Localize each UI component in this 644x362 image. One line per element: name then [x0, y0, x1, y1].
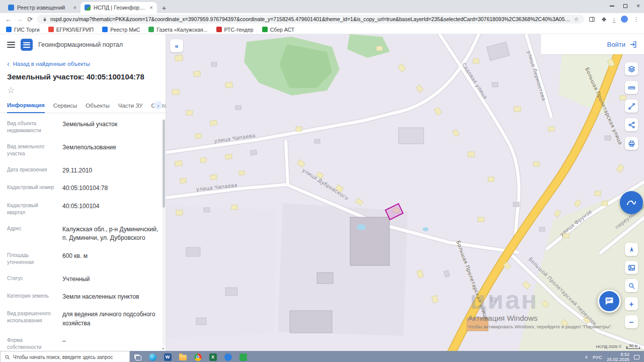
forward-icon[interactable]: → [16, 16, 23, 23]
tab-information[interactable]: Информация [7, 98, 45, 113]
zoom-out-button[interactable]: − [625, 315, 638, 328]
sidebar-icon[interactable] [589, 16, 595, 23]
map-building [235, 106, 241, 110]
route-button[interactable] [625, 100, 638, 113]
chat-bubble-icon [604, 296, 615, 307]
bookmark-item[interactable]: ЕГРЮЛ/ЕГРИП [48, 27, 94, 33]
app-blue-button[interactable] [220, 351, 235, 362]
basemap-button[interactable] [625, 261, 638, 274]
app-green-button[interactable] [235, 351, 251, 362]
scale-bar: 50 м [626, 343, 640, 349]
map-tools-top [625, 62, 638, 150]
app-content: Геоинформационный портал ‹ Назад в найде… [0, 34, 644, 351]
bookmark-label: Сбер АСТ [270, 27, 295, 33]
extensions-puzzle-icon[interactable] [601, 16, 607, 23]
scrollbar-down-arrow[interactable]: ▼ [162, 347, 165, 350]
layers-button[interactable] [625, 62, 638, 75]
info-value: Земельный участок [62, 120, 158, 134]
map-building [196, 318, 206, 325]
map-tools-bottom: + − [625, 243, 638, 328]
tab-services[interactable]: Сервисы [53, 98, 77, 113]
hamburger-menu-icon[interactable] [7, 42, 15, 48]
chrome-icon [194, 353, 202, 361]
info-value: Калужская обл., р-н Думиничский, п. Думи… [62, 225, 158, 243]
login-button[interactable]: Войти [607, 41, 625, 48]
new-tab-button[interactable]: + [159, 3, 169, 13]
clock[interactable]: 8:52 25.02.2026 [607, 352, 629, 362]
map-building [225, 154, 232, 159]
scrollbar-thumb[interactable] [163, 120, 165, 208]
notification-center-icon[interactable] [634, 355, 639, 359]
folder-icon [179, 355, 187, 360]
back-icon[interactable]: ← [5, 16, 12, 23]
file-explorer-button[interactable] [175, 351, 190, 362]
bookmark-item[interactable]: ГИС Торги [6, 27, 40, 33]
edge-button[interactable] [145, 351, 160, 362]
chevron-left-icon: ‹ [7, 60, 10, 67]
maximize-icon[interactable] [623, 4, 627, 8]
route-icon [628, 103, 635, 110]
nspd-logo [21, 39, 33, 51]
share-button[interactable] [625, 118, 638, 131]
excel-button[interactable]: X [205, 351, 220, 362]
map-building [172, 89, 179, 95]
bookmark-item[interactable]: Сбер АСТ [262, 27, 295, 33]
info-label: Вид разрешенного использования [7, 310, 55, 328]
layers-icon [628, 65, 635, 73]
sketch-tool-button[interactable] [620, 191, 643, 214]
info-label: Вид земельного участка [7, 143, 55, 157]
language-indicator[interactable]: РУС [593, 354, 602, 360]
close-icon[interactable]: × [636, 3, 640, 9]
tray-time: 8:52 [607, 352, 629, 357]
taskbar-search-box[interactable]: Чтобы начать поиск, введите здесь запрос [0, 351, 130, 362]
bookmark-star-icon[interactable]: ☆ [574, 16, 579, 23]
browser-menu-icon[interactable]: ⋮ [633, 16, 639, 23]
bookmark-item[interactable]: Газета «Калужская... [148, 27, 207, 33]
map-building [239, 170, 245, 175]
profile-avatar[interactable] [621, 16, 628, 23]
activation-line1: Активация Windows [468, 314, 612, 322]
minimize-icon[interactable] [610, 6, 614, 7]
locate-button[interactable] [625, 243, 638, 256]
draw-icon [625, 197, 637, 209]
info-value: Учтенный [62, 275, 158, 284]
task-view-button[interactable] [130, 351, 145, 362]
reload-icon[interactable]: ⟳ [27, 16, 33, 23]
bookmark-item[interactable]: Реестр МиС [102, 27, 140, 33]
back-to-results-link[interactable]: ‹ Назад в найденные объекты [0, 55, 166, 67]
map-canvas[interactable]: улица Чапаева улица Чапаева улица Дубров… [166, 34, 644, 351]
tab-close-icon[interactable]: × [150, 5, 153, 11]
browser-tab-2-active[interactable]: НСПД | Геоинформационный п × [80, 2, 157, 13]
chat-support-button[interactable] [598, 290, 621, 313]
panel-scrollbar[interactable] [163, 119, 165, 346]
tabs-scroll-right-icon[interactable]: › [154, 101, 163, 110]
downloads-icon[interactable]: ↓ [613, 16, 616, 23]
back-link-label: Назад в найденные объекты [13, 61, 90, 67]
print-button[interactable] [625, 137, 638, 150]
tab-objects[interactable]: Объекты [86, 98, 109, 113]
bookmark-item[interactable]: РТС-тендер [216, 27, 254, 33]
zoom-in-button[interactable]: + [625, 297, 638, 310]
tab-parts[interactable]: Части ЗУ [118, 98, 143, 113]
login-icon[interactable] [629, 41, 637, 48]
word-button[interactable]: W [160, 351, 175, 362]
map-building [602, 201, 608, 206]
hidden-icons-chevron[interactable]: ∧ [585, 354, 588, 359]
browser-tab-1[interactable]: Реестр извещений × [4, 2, 80, 13]
collapse-panel-button[interactable]: « [170, 39, 183, 52]
measure-button[interactable] [625, 81, 638, 94]
favorite-star-icon[interactable]: ☆ [0, 82, 166, 98]
info-label: Статус [7, 275, 55, 284]
chrome-button[interactable] [190, 351, 205, 362]
info-label: Площадь уточненная [7, 252, 55, 266]
address-bar[interactable]: nspd.gov.ru/map?thematic=PKK&zoom=17&coo… [37, 15, 584, 24]
map-building [595, 191, 601, 196]
app-title: Геоинформационный портал [38, 41, 123, 48]
search-area-button[interactable] [625, 279, 638, 292]
plus-icon: + [629, 300, 634, 308]
tab-close-icon[interactable]: × [73, 5, 76, 11]
map-building [478, 217, 484, 222]
info-rows: Вид объекта недвижимостиЗемельный участо… [0, 113, 166, 351]
browser-tab-strip: Реестр извещений × НСПД | Геоинформацион… [0, 0, 644, 13]
info-value: Земли населенных пунктов [62, 293, 158, 301]
